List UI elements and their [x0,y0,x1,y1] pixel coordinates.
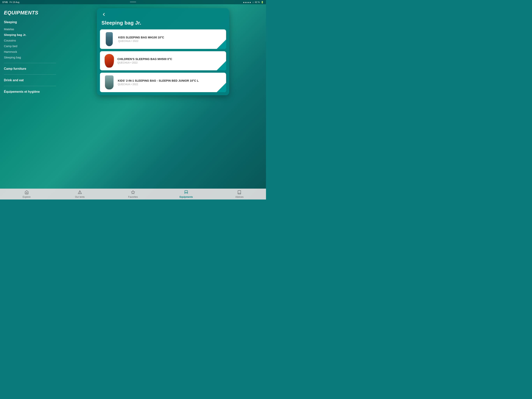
card-title: Sleeping bag Jr. [101,20,225,26]
back-arrow-icon [101,12,106,18]
battery-icon: 🔋 [261,1,264,4]
tab-advices-label: Advices [235,196,243,198]
corner-accent-2 [218,63,226,70]
tab-our-tents-label: Our tents [75,196,84,198]
sidebar-item-camp-furniture[interactable]: Camp furniture [4,66,56,72]
tab-explore[interactable]: Explore [0,189,53,200]
back-button[interactable] [101,12,106,18]
sidebar-item-hammock[interactable]: Hammock [4,49,56,55]
tab-equipments[interactable]: Equipments [160,189,213,200]
product-item-3[interactable]: KIDS' 2-IN-1 SLEEPING BAG - SLEEPIN BED … [100,73,226,92]
tab-equipments-label: Equipments [180,196,193,198]
status-date: Fri 19 Aug [10,1,19,3]
sidebar-section-sleeping: Sleeping Matelas Sleeping bag Jr. Coussi… [4,20,56,60]
product-info-2: CHILDREN'S SLEEPING BAG MH500 0°C QUECHU… [117,58,223,64]
product-item-2[interactable]: CHILDREN'S SLEEPING BAG MH500 0°C QUECHU… [100,51,226,70]
products-list: KIDS SLEEPING BAG MH100 10°C QUECHUA • 2… [97,29,229,95]
status-time: 17:01 [2,1,8,3]
main-panel: Sleeping bag Jr. KIDS SLEEPING BAG MH100… [60,4,266,189]
product-info-1: KIDS SLEEPING BAG MH100 10°C QUECHUA • 2… [118,36,223,42]
product-meta-2: QUECHUA • 2022 [117,61,223,64]
sidebar-item-matelas[interactable]: Matelas [4,26,56,32]
notch-indicator [130,1,136,2]
product-name-2: CHILDREN'S SLEEPING BAG MH500 0°C [117,58,223,61]
svg-marker-1 [218,63,226,70]
status-time-date: 17:01 Fri 19 Aug [2,1,19,3]
sidebar-item-coussins[interactable]: Coussins [4,38,56,43]
product-name-1: KIDS SLEEPING BAG MH100 10°C [118,36,223,39]
content-card: Sleeping bag Jr. KIDS SLEEPING BAG MH100… [97,8,229,95]
divider-1 [4,63,56,63]
svg-marker-2 [218,84,226,92]
product-meta-3: QUECHUA • 2022 [118,83,223,86]
sidebar-item-drink-eat[interactable]: Drink and eat [4,77,56,83]
tent-icon [78,190,82,195]
product-image-1 [106,32,113,46]
product-item-1[interactable]: KIDS SLEEPING BAG MH100 10°C QUECHUA • 2… [100,29,226,49]
home-icon [25,190,29,195]
sidebar-item-equipements[interactable]: Équipements et hygiène [4,89,56,95]
sidebar-item-sleeping-bag[interactable]: Sleeping bag [4,55,56,60]
tab-favorites[interactable]: Favorites [106,189,159,200]
card-header: Sleeping bag Jr. [97,8,229,29]
corner-accent-1 [218,41,226,49]
tab-explore-label: Explore [23,196,31,198]
chair-icon [184,190,188,195]
wifi-icon: ⌂ [252,1,254,3]
tab-favorites-label: Favorites [128,196,138,198]
sidebar: EQUIPMENTS Sleeping Matelas Sleeping bag… [0,4,60,189]
product-image-3 [105,75,114,90]
sidebar-item-camp-bed[interactable]: Camp bed [4,43,56,49]
product-image-2 [105,54,114,68]
svg-marker-5 [131,190,135,194]
star-icon [131,190,135,195]
book-icon [237,190,241,195]
svg-marker-0 [218,41,226,49]
sidebar-title: EQUIPMENTS [4,10,56,16]
divider-2 [4,74,56,75]
battery-label: 62 % [255,1,260,3]
tab-bar: Explore Our tents Favorites Equi [0,189,266,200]
product-meta-1: QUECHUA • 2022 [118,40,223,42]
product-info-3: KIDS' 2-IN-1 SLEEPING BAG - SLEEPIN BED … [118,79,223,86]
signal-icon: ▲▲▲▲ [243,1,251,3]
corner-accent-3 [218,84,226,92]
sleeping-section-title: Sleeping [4,20,56,24]
tab-our-tents[interactable]: Our tents [53,189,106,200]
divider-3 [4,86,56,86]
product-name-3: KIDS' 2-IN-1 SLEEPING BAG - SLEEPIN BED … [118,79,223,82]
svg-rect-6 [185,190,188,192]
tab-advices[interactable]: Advices [213,189,266,200]
status-right: ▲▲▲▲ ⌂ 62 % 🔋 [243,1,264,4]
sidebar-item-sleeping-bag-jr[interactable]: Sleeping bag Jr. [4,32,56,38]
